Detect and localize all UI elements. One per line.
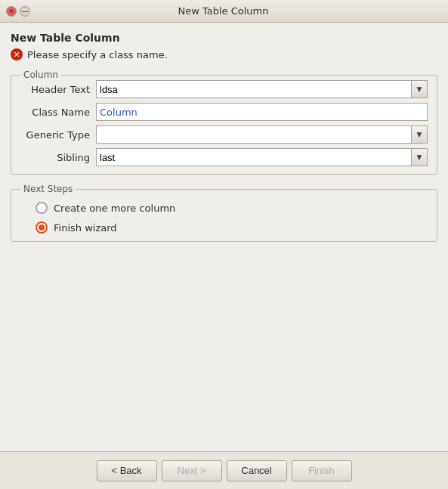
error-icon: ✕	[11, 48, 23, 60]
error-message: Please specify a class name.	[27, 49, 168, 60]
generic-type-dropdown-btn[interactable]: ▼	[411, 125, 428, 144]
header-text-dropdown-btn[interactable]: ▼	[411, 80, 428, 98]
column-group: Column Header Text ▼ Class Name Column G…	[11, 70, 437, 175]
radio-finish-wizard-dot	[39, 224, 45, 231]
sibling-field-wrapper: ▼	[96, 148, 428, 166]
back-button[interactable]: < Back	[97, 460, 157, 481]
close-icon: ✕	[8, 8, 14, 15]
page-content: New Table Column ✕ Please specify a clas…	[0, 23, 448, 260]
header-text-row: Header Text ▼	[20, 80, 428, 98]
chevron-down-icon: ▼	[417, 131, 422, 138]
sibling-label: Sibling	[20, 152, 96, 163]
class-name-value[interactable]: Column	[96, 103, 428, 121]
generic-type-row: Generic Type ▼	[20, 125, 428, 144]
sibling-input[interactable]	[96, 148, 411, 166]
minimize-button[interactable]: —	[20, 6, 30, 17]
minimize-icon: —	[22, 8, 29, 15]
header-text-field-wrapper: ▼	[96, 80, 428, 98]
finish-button[interactable]: Finish	[292, 460, 352, 481]
next-button[interactable]: Next >	[162, 460, 222, 481]
column-legend: Column	[20, 70, 61, 80]
radio-finish-wizard[interactable]	[36, 221, 48, 234]
button-bar: < Back Next > Cancel Finish	[0, 451, 448, 489]
generic-type-field-wrapper: ▼	[96, 125, 428, 144]
generic-type-label: Generic Type	[20, 129, 96, 141]
window-title: New Table Column	[35, 5, 412, 17]
radio-finish-wizard-label: Finish wizard	[54, 222, 117, 234]
generic-type-input[interactable]	[96, 125, 411, 144]
close-button[interactable]: ✕	[6, 6, 17, 17]
next-steps-legend: Next Steps	[20, 184, 76, 194]
window-controls[interactable]: ✕ —	[6, 6, 30, 17]
radio-create-more-label: Create one more column	[54, 203, 175, 214]
error-bar: ✕ Please specify a class name.	[11, 48, 437, 60]
radio-row-create[interactable]: Create one more column	[20, 202, 428, 214]
radio-create-more[interactable]	[36, 202, 48, 214]
chevron-down-icon: ▼	[417, 153, 422, 161]
radio-row-finish[interactable]: Finish wizard	[20, 221, 428, 234]
sibling-dropdown-btn[interactable]: ▼	[411, 148, 428, 166]
page-title: New Table Column	[11, 32, 437, 44]
next-steps-group: Next Steps Create one more column Finish…	[11, 184, 437, 242]
header-text-input[interactable]	[96, 80, 411, 98]
header-text-label: Header Text	[20, 84, 96, 95]
class-name-row: Class Name Column	[20, 103, 428, 121]
titlebar: ✕ — New Table Column	[0, 0, 448, 23]
cancel-button[interactable]: Cancel	[227, 460, 287, 481]
sibling-row: Sibling ▼	[20, 148, 428, 166]
chevron-down-icon: ▼	[417, 85, 422, 93]
class-name-label: Class Name	[20, 107, 96, 118]
